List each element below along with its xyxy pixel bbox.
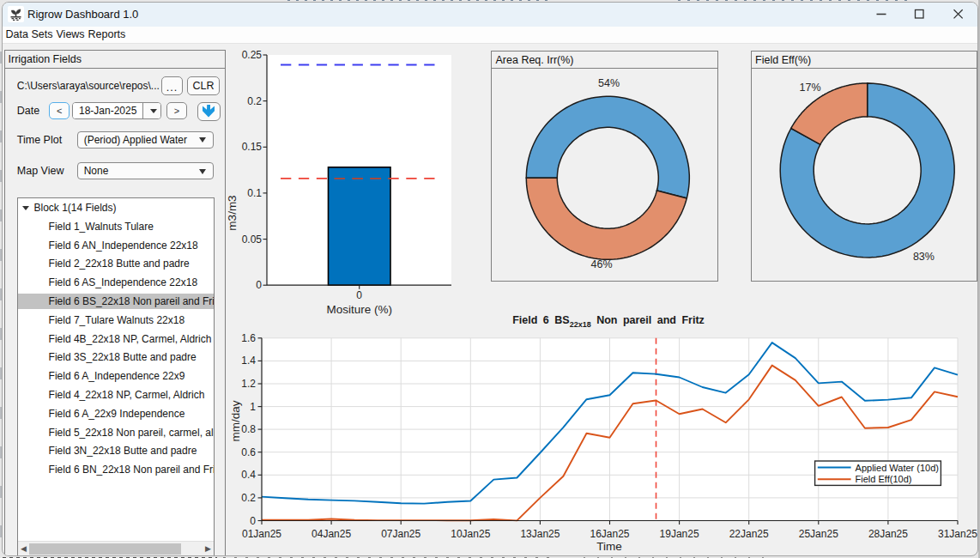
svg-text:Applied Water (10d): Applied Water (10d) — [856, 463, 939, 473]
svg-text:1: 1 — [250, 401, 256, 413]
svg-text:04Jan25: 04Jan25 — [312, 528, 351, 540]
svg-text:0.4: 0.4 — [241, 469, 256, 481]
svg-text:Field Eff(10d): Field Eff(10d) — [856, 474, 912, 484]
svg-text:16Jan25: 16Jan25 — [590, 528, 629, 540]
svg-text:01Jan25: 01Jan25 — [242, 528, 281, 540]
svg-text:1.4: 1.4 — [241, 355, 256, 367]
svg-text:31Jan25: 31Jan25 — [938, 528, 977, 540]
svg-text:Time: Time — [596, 540, 622, 553]
svg-text:0: 0 — [250, 515, 256, 527]
svg-text:25Jan25: 25Jan25 — [799, 528, 838, 540]
svg-text:13Jan25: 13Jan25 — [520, 528, 560, 540]
svg-text:1.2: 1.2 — [241, 378, 256, 390]
svg-text:1.6: 1.6 — [241, 332, 256, 344]
svg-text:0.6: 0.6 — [241, 446, 256, 458]
svg-text:28Jan25: 28Jan25 — [868, 528, 908, 540]
svg-text:07Jan25: 07Jan25 — [381, 528, 420, 540]
svg-text:10Jan25: 10Jan25 — [451, 528, 490, 540]
svg-text:22Jan25: 22Jan25 — [729, 528, 769, 540]
svg-text:0.2: 0.2 — [241, 492, 256, 504]
svg-text:0.8: 0.8 — [241, 423, 256, 435]
svg-text:19Jan25: 19Jan25 — [660, 528, 699, 540]
